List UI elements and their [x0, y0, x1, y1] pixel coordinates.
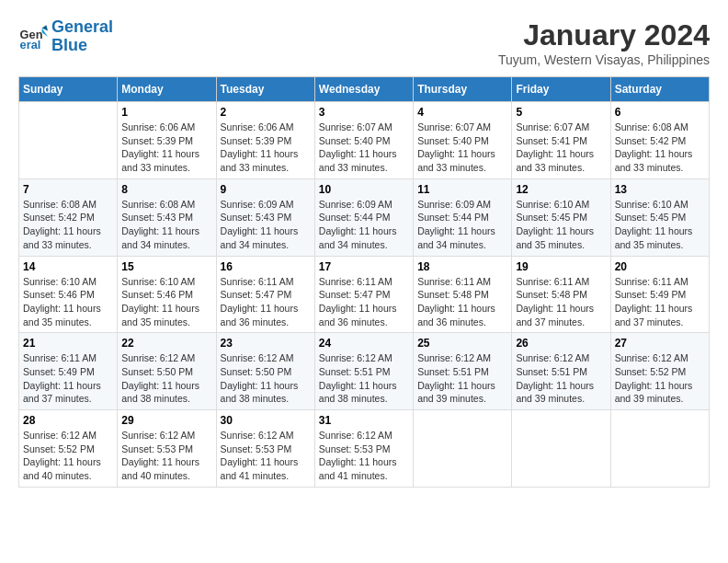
day-number: 27	[615, 337, 705, 350]
day-number: 4	[417, 106, 507, 119]
day-number: 11	[417, 183, 507, 196]
calendar-cell	[512, 410, 610, 488]
location-title: Tuyum, Western Visayas, Philippines	[498, 52, 710, 67]
day-number: 31	[319, 414, 409, 427]
day-info: Sunrise: 6:12 AMSunset: 5:51 PMDaylight:…	[516, 351, 606, 406]
calendar-cell: 3Sunrise: 6:07 AMSunset: 5:40 PMDaylight…	[314, 102, 413, 179]
day-number: 25	[417, 337, 507, 350]
calendar-cell: 30Sunrise: 6:12 AMSunset: 5:53 PMDayligh…	[216, 410, 314, 488]
header-friday: Friday	[512, 77, 610, 102]
day-number: 19	[516, 260, 606, 273]
calendar-cell: 12Sunrise: 6:10 AMSunset: 5:45 PMDayligh…	[512, 178, 610, 256]
day-number: 30	[221, 414, 311, 427]
day-number: 28	[23, 414, 113, 427]
day-number: 26	[516, 337, 606, 350]
logo-text: General Blue	[51, 18, 113, 55]
day-number: 7	[23, 183, 113, 196]
calendar-cell: 31Sunrise: 6:12 AMSunset: 5:53 PMDayligh…	[314, 410, 413, 488]
day-number: 23	[221, 337, 311, 350]
calendar-week-3: 14Sunrise: 6:10 AMSunset: 5:46 PMDayligh…	[19, 256, 710, 333]
calendar-cell: 5Sunrise: 6:07 AMSunset: 5:41 PMDaylight…	[512, 102, 610, 179]
calendar-cell: 17Sunrise: 6:11 AMSunset: 5:47 PMDayligh…	[314, 256, 413, 333]
calendar-week-4: 21Sunrise: 6:11 AMSunset: 5:49 PMDayligh…	[19, 333, 710, 410]
calendar-week-5: 28Sunrise: 6:12 AMSunset: 5:52 PMDayligh…	[19, 410, 710, 488]
day-info: Sunrise: 6:07 AMSunset: 5:40 PMDaylight:…	[319, 121, 409, 175]
day-number: 22	[121, 337, 211, 350]
day-info: Sunrise: 6:07 AMSunset: 5:40 PMDaylight:…	[417, 121, 507, 175]
calendar-cell: 15Sunrise: 6:10 AMSunset: 5:46 PMDayligh…	[118, 256, 216, 333]
calendar-cell: 6Sunrise: 6:08 AMSunset: 5:42 PMDaylight…	[610, 102, 709, 179]
day-number: 10	[319, 183, 409, 196]
calendar-cell: 11Sunrise: 6:09 AMSunset: 5:44 PMDayligh…	[414, 178, 512, 256]
day-number: 5	[516, 106, 606, 119]
day-number: 15	[121, 260, 211, 273]
calendar-cell	[610, 410, 709, 488]
calendar-cell: 22Sunrise: 6:12 AMSunset: 5:50 PMDayligh…	[118, 333, 216, 410]
header-saturday: Saturday	[610, 77, 709, 102]
day-info: Sunrise: 6:10 AMSunset: 5:45 PMDaylight:…	[516, 198, 606, 252]
calendar-cell: 9Sunrise: 6:09 AMSunset: 5:43 PMDaylight…	[216, 178, 314, 256]
day-info: Sunrise: 6:12 AMSunset: 5:53 PMDaylight:…	[221, 429, 311, 483]
calendar-cell	[19, 102, 118, 179]
calendar-cell: 13Sunrise: 6:10 AMSunset: 5:45 PMDayligh…	[610, 178, 709, 256]
calendar-cell: 28Sunrise: 6:12 AMSunset: 5:52 PMDayligh…	[19, 410, 118, 488]
logo: Gen eral General Blue	[18, 18, 113, 55]
calendar-cell: 8Sunrise: 6:08 AMSunset: 5:43 PMDaylight…	[118, 178, 216, 256]
calendar-cell: 18Sunrise: 6:11 AMSunset: 5:48 PMDayligh…	[414, 256, 512, 333]
day-number: 17	[319, 260, 409, 273]
calendar-cell: 26Sunrise: 6:12 AMSunset: 5:51 PMDayligh…	[512, 333, 610, 410]
calendar-cell: 10Sunrise: 6:09 AMSunset: 5:44 PMDayligh…	[314, 178, 413, 256]
day-number: 29	[121, 414, 211, 427]
month-title: January 2024	[498, 18, 710, 52]
header-sunday: Sunday	[19, 77, 118, 102]
calendar-cell: 29Sunrise: 6:12 AMSunset: 5:53 PMDayligh…	[118, 410, 216, 488]
calendar-cell: 2Sunrise: 6:06 AMSunset: 5:39 PMDaylight…	[216, 102, 314, 179]
day-info: Sunrise: 6:12 AMSunset: 5:51 PMDaylight:…	[319, 351, 409, 406]
logo-line1: General	[51, 17, 113, 36]
calendar-cell: 14Sunrise: 6:10 AMSunset: 5:46 PMDayligh…	[19, 256, 118, 333]
calendar-cell	[414, 410, 512, 488]
day-info: Sunrise: 6:10 AMSunset: 5:46 PMDaylight:…	[23, 275, 113, 329]
calendar-header-row: SundayMondayTuesdayWednesdayThursdayFrid…	[19, 77, 710, 102]
day-number: 16	[221, 260, 311, 273]
day-info: Sunrise: 6:08 AMSunset: 5:42 PMDaylight:…	[23, 198, 113, 252]
page-header: Gen eral General Blue January 2024 Tuyum…	[18, 18, 710, 67]
calendar-week-2: 7Sunrise: 6:08 AMSunset: 5:42 PMDaylight…	[19, 178, 710, 256]
header-wednesday: Wednesday	[314, 77, 413, 102]
day-info: Sunrise: 6:11 AMSunset: 5:49 PMDaylight:…	[23, 351, 113, 406]
header-tuesday: Tuesday	[216, 77, 314, 102]
svg-text:eral: eral	[20, 38, 41, 52]
calendar-cell: 19Sunrise: 6:11 AMSunset: 5:48 PMDayligh…	[512, 256, 610, 333]
day-info: Sunrise: 6:07 AMSunset: 5:41 PMDaylight:…	[516, 121, 606, 175]
day-info: Sunrise: 6:12 AMSunset: 5:52 PMDaylight:…	[615, 351, 705, 406]
day-info: Sunrise: 6:12 AMSunset: 5:50 PMDaylight:…	[121, 351, 211, 406]
day-info: Sunrise: 6:09 AMSunset: 5:44 PMDaylight:…	[319, 198, 409, 252]
day-number: 3	[319, 106, 409, 119]
day-info: Sunrise: 6:12 AMSunset: 5:53 PMDaylight:…	[121, 429, 211, 483]
day-info: Sunrise: 6:11 AMSunset: 5:48 PMDaylight:…	[417, 275, 507, 329]
day-number: 9	[221, 183, 311, 196]
calendar-table: SundayMondayTuesdayWednesdayThursdayFrid…	[18, 76, 710, 488]
calendar-cell: 7Sunrise: 6:08 AMSunset: 5:42 PMDaylight…	[19, 178, 118, 256]
calendar-cell: 21Sunrise: 6:11 AMSunset: 5:49 PMDayligh…	[19, 333, 118, 410]
day-info: Sunrise: 6:11 AMSunset: 5:49 PMDaylight:…	[615, 275, 705, 329]
day-info: Sunrise: 6:10 AMSunset: 5:46 PMDaylight:…	[121, 275, 211, 329]
day-info: Sunrise: 6:06 AMSunset: 5:39 PMDaylight:…	[121, 121, 211, 175]
calendar-cell: 23Sunrise: 6:12 AMSunset: 5:50 PMDayligh…	[216, 333, 314, 410]
calendar-cell: 24Sunrise: 6:12 AMSunset: 5:51 PMDayligh…	[314, 333, 413, 410]
day-info: Sunrise: 6:08 AMSunset: 5:43 PMDaylight:…	[121, 198, 211, 252]
calendar-cell: 1Sunrise: 6:06 AMSunset: 5:39 PMDaylight…	[118, 102, 216, 179]
day-info: Sunrise: 6:09 AMSunset: 5:43 PMDaylight:…	[221, 198, 311, 252]
calendar-cell: 27Sunrise: 6:12 AMSunset: 5:52 PMDayligh…	[610, 333, 709, 410]
day-info: Sunrise: 6:12 AMSunset: 5:50 PMDaylight:…	[221, 351, 311, 406]
day-number: 2	[221, 106, 311, 119]
day-number: 13	[615, 183, 705, 196]
calendar-cell: 20Sunrise: 6:11 AMSunset: 5:49 PMDayligh…	[610, 256, 709, 333]
day-info: Sunrise: 6:12 AMSunset: 5:51 PMDaylight:…	[417, 351, 507, 406]
header-monday: Monday	[118, 77, 216, 102]
day-info: Sunrise: 6:10 AMSunset: 5:45 PMDaylight:…	[615, 198, 705, 252]
day-number: 12	[516, 183, 606, 196]
title-block: January 2024 Tuyum, Western Visayas, Phi…	[498, 18, 710, 67]
calendar-cell: 16Sunrise: 6:11 AMSunset: 5:47 PMDayligh…	[216, 256, 314, 333]
day-info: Sunrise: 6:11 AMSunset: 5:47 PMDaylight:…	[319, 275, 409, 329]
